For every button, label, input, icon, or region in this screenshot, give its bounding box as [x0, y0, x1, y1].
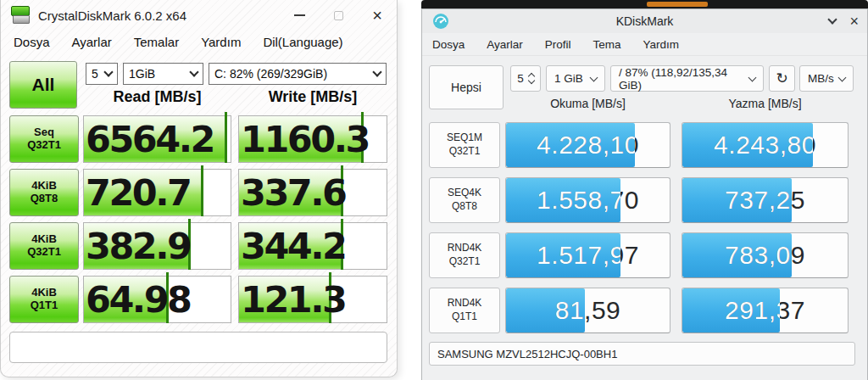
write-result-cell: 337.6	[238, 169, 387, 216]
chevron-down-icon	[372, 67, 381, 76]
target-drive-select[interactable]: / 87% (118,92/135,34 GiB)	[610, 65, 764, 92]
run-count-spinner[interactable]: 5	[510, 65, 541, 92]
4kib-q8t8-button[interactable]: 4KiBQ8T8	[9, 169, 79, 216]
benchmark-row: SeqQ32T1 6564.2 1160.3	[1, 115, 397, 164]
all-tests-button[interactable]: Hepsi	[429, 65, 504, 109]
test-size-select[interactable]: 1 GiB	[546, 65, 605, 92]
seq1m-q32t1-button[interactable]: SEQ1MQ32T1	[429, 122, 500, 168]
4kib-q1t1-button[interactable]: 4KiBQ1T1	[9, 276, 79, 323]
comment-input[interactable]	[9, 332, 387, 363]
background-window-strip	[421, 0, 868, 8]
write-result-cell: 1160.3	[238, 115, 387, 163]
run-count-select[interactable]: 5	[86, 63, 118, 85]
chevron-down-icon	[748, 73, 757, 81]
read-column-header: Okuma [MB/s]	[505, 94, 670, 113]
benchmark-row: RND4KQ1T1 81,59 81,59 291,37 291,37	[422, 288, 867, 333]
seq4k-q8t8-button[interactable]: SEQ4KQ8T8	[429, 177, 500, 223]
read-result-cell: 1.517,97 1.517,97	[505, 232, 670, 278]
chevron-down-icon	[828, 14, 837, 24]
cdm-window-title: CrystalDiskMark 6.0.2 x64	[38, 8, 186, 23]
disk-drive-icon	[11, 6, 31, 25]
read-result-cell: 4.228,10 4.228,10	[505, 122, 670, 168]
close-button[interactable]: ×	[358, 3, 397, 28]
device-name-field[interactable]: SAMSUNG MZVL2512HCJQ-00BH1	[429, 342, 855, 366]
menu-temalar[interactable]: Temalar	[134, 35, 179, 49]
write-result-cell: 291,37 291,37	[682, 288, 849, 333]
read-result-cell: 720.7	[83, 169, 231, 216]
close-icon: ×	[372, 7, 382, 24]
kdiskmark-window: KDiskMark × Dosya Ayarlar Profil Tema Ya…	[421, 8, 868, 380]
cdm-titlebar[interactable]: CrystalDiskMark 6.0.2 x64 ×	[1, 0, 397, 31]
write-value: 1160.3	[239, 116, 387, 162]
spinner-arrows-icon	[529, 74, 534, 83]
refresh-icon: ↻	[776, 70, 787, 87]
minimize-icon	[294, 14, 305, 16]
write-column-header: Write [MB/s]	[238, 86, 387, 108]
benchmark-row: RND4KQ32T1 1.517,97 1.517,97 783,09 783,…	[422, 232, 867, 278]
kdm-titlebar[interactable]: KDiskMark ×	[422, 9, 867, 33]
menu-dil-language[interactable]: Dil(Language)	[263, 35, 342, 49]
chevron-down-icon	[103, 67, 113, 76]
benchmark-row: 4KiBQ1T1 64.98 121.3	[1, 276, 397, 324]
chevron-down-icon	[590, 73, 598, 81]
chevron-down-icon	[838, 73, 847, 81]
menu-yardim[interactable]: Yardım	[201, 35, 241, 49]
write-column-header: Yazma [MB/s]	[682, 94, 849, 113]
write-value: 121.3	[239, 277, 387, 322]
read-result-cell: 1.558,70 1.558,70	[505, 177, 670, 223]
menu-tema[interactable]: Tema	[593, 38, 621, 51]
write-result-cell: 344.2	[238, 222, 387, 270]
desktop: CrystalDiskMark 6.0.2 x64 × Dosya Ayarla…	[0, 0, 868, 380]
chevron-down-icon	[189, 67, 198, 76]
4kib-q32t1-button[interactable]: 4KiBQ32T1	[9, 222, 79, 270]
minimize-button[interactable]	[829, 20, 836, 23]
all-tests-button[interactable]: All	[9, 61, 77, 109]
write-result-cell: 121.3	[238, 276, 387, 323]
target-drive-select[interactable]: C: 82% (269/329GiB)	[209, 63, 387, 85]
menu-profil[interactable]: Profil	[545, 38, 571, 51]
kdm-menubar: Dosya Ayarlar Profil Tema Yardım	[422, 33, 867, 56]
rnd4k-q32t1-button[interactable]: RND4KQ32T1	[429, 232, 500, 278]
orange-segment	[647, 2, 708, 7]
benchmark-row: 4KiBQ8T8 720.7 337.6	[1, 169, 397, 217]
close-button[interactable]: ×	[849, 14, 859, 30]
menu-yardim[interactable]: Yardım	[643, 38, 680, 51]
read-value: 382.9	[84, 223, 231, 269]
minimize-button[interactable]	[280, 3, 319, 28]
read-result-cell: 382.9	[83, 222, 231, 270]
menu-dosya[interactable]: Dosya	[14, 35, 50, 49]
benchmark-row: 4KiBQ32T1 382.9 344.2	[1, 222, 397, 271]
crystaldiskmark-window: CrystalDiskMark 6.0.2 x64 × Dosya Ayarla…	[0, 0, 398, 377]
write-value: 344.2	[239, 223, 387, 269]
close-icon: ×	[849, 13, 859, 30]
maximize-button[interactable]	[319, 3, 358, 28]
menu-ayarlar[interactable]: Ayarlar	[72, 35, 112, 49]
write-result-cell: 737,25 737,25	[682, 177, 849, 223]
write-value: 337.6	[239, 170, 387, 215]
read-result-cell: 6564.2	[83, 115, 231, 163]
rnd4k-q1t1-button[interactable]: RND4KQ1T1	[429, 288, 500, 333]
benchmark-row: SEQ1MQ32T1 4.228,10 4.228,10 4.243,80 4.…	[422, 122, 867, 168]
write-result-cell: 4.243,80 4.243,80	[682, 122, 849, 168]
unit-select[interactable]: MB/s	[799, 65, 854, 92]
menu-dosya[interactable]: Dosya	[432, 38, 465, 51]
read-value: 64.98	[84, 277, 231, 322]
cdm-menubar: Dosya Ayarlar Temalar Yardım Dil(Languag…	[1, 31, 397, 53]
seq-q32t1-button[interactable]: SeqQ32T1	[9, 115, 79, 163]
kdm-window-title: KDiskMark	[422, 14, 867, 28]
read-value: 720.7	[84, 170, 231, 215]
read-column-header: Read [MB/s]	[83, 86, 231, 108]
menu-ayarlar[interactable]: Ayarlar	[487, 38, 523, 51]
read-result-cell: 81,59 81,59	[505, 288, 670, 333]
read-value: 6564.2	[84, 116, 231, 162]
refresh-button[interactable]: ↻	[769, 65, 795, 92]
maximize-icon	[334, 11, 343, 20]
benchmark-row: SEQ4KQ8T8 1.558,70 1.558,70 737,25 737,2…	[422, 177, 867, 223]
read-result-cell: 64.98	[83, 276, 231, 323]
test-size-select[interactable]: 1GiB	[123, 63, 203, 85]
write-result-cell: 783,09 783,09	[682, 232, 849, 278]
